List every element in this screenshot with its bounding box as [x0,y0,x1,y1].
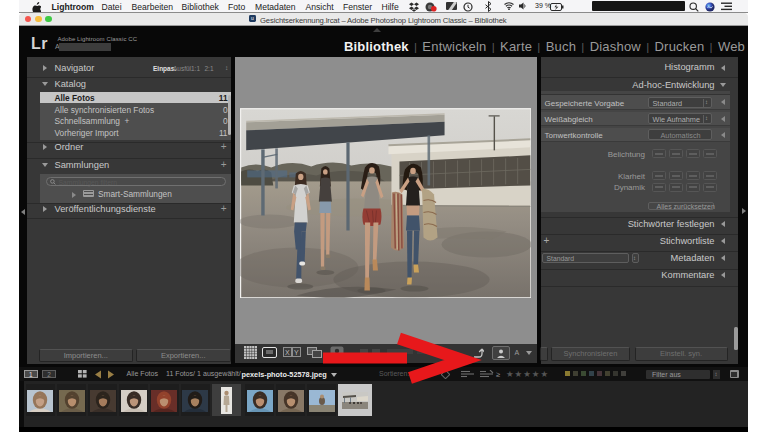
svg-text:u: u [251,15,254,21]
